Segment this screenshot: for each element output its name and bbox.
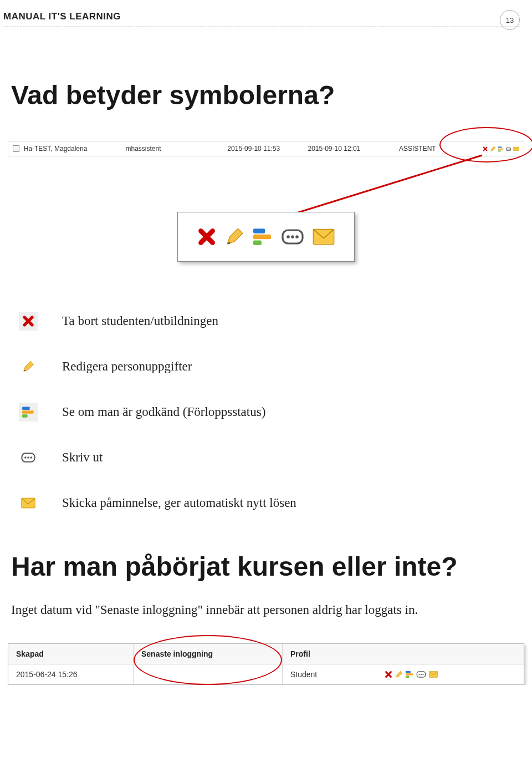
svg-point-23 [30, 456, 32, 459]
delete-icon [385, 671, 392, 678]
cell-created: 2015-06-24 15:26 [8, 664, 133, 684]
status-icon [253, 227, 272, 246]
svg-point-31 [422, 674, 423, 675]
svg-point-13 [287, 235, 290, 238]
svg-point-22 [27, 456, 29, 459]
status-icon [406, 671, 413, 678]
svg-point-5 [508, 149, 509, 149]
row-action-icons [482, 146, 519, 152]
svg-point-15 [295, 235, 299, 238]
svg-rect-1 [498, 148, 504, 149]
legend-row-mail: Skicka påminnelse, ger automatiskt nytt … [19, 494, 532, 512]
cell-username: mhassistent [126, 145, 228, 153]
svg-rect-0 [498, 146, 502, 148]
legend-text: Se om man är godkänd (Förloppsstatus) [62, 405, 265, 419]
header-title: MANUAL IT'S LEARNING [3, 11, 521, 22]
svg-rect-19 [22, 414, 28, 418]
edit-icon [395, 671, 403, 678]
legend-text: Ta bort studenten/utbildningen [62, 314, 218, 328]
svg-rect-2 [498, 150, 501, 151]
legend-text: Skriv ut [62, 450, 103, 465]
col-lastlogin: Senaste inloggning [133, 644, 283, 664]
print-icon [282, 229, 304, 245]
cell-lastlogin [133, 664, 283, 684]
example-table-row: Ha-TEST, Magdalena mhassistent 2015-09-1… [8, 141, 524, 156]
edit-icon [225, 227, 244, 246]
mail-icon [429, 671, 438, 678]
cell-role: ASSISTENT [399, 145, 482, 153]
svg-point-4 [507, 149, 508, 149]
table-header: Skapad Senaste inloggning Profil [8, 644, 524, 664]
svg-point-29 [418, 674, 420, 675]
svg-point-6 [509, 149, 510, 149]
edit-icon [490, 146, 496, 152]
row-action-icons [377, 664, 524, 684]
svg-rect-26 [406, 673, 413, 676]
paragraph-login-explain: Inget datum vid "Senaste inloggning" inn… [11, 601, 515, 618]
header-rule [3, 27, 520, 27]
mail-icon [513, 146, 519, 152]
heading-started-course: Har man påbörjat kursen eller inte? [11, 551, 532, 582]
login-table-example: Skapad Senaste inloggning Profil 2015-06… [8, 643, 524, 685]
legend-text: Skicka påminnelse, ger automatiskt nytt … [62, 496, 296, 510]
checkbox-icon [13, 145, 19, 152]
heading-symbols: Vad betyder symbolerna? [11, 80, 532, 110]
svg-rect-10 [253, 235, 271, 240]
print-icon [416, 671, 426, 678]
cell-lastlogin: 2015-09-10 12:01 [308, 145, 400, 153]
svg-point-14 [291, 235, 294, 238]
mail-icon [313, 228, 335, 245]
legend-row-edit: Redigera personuppgifter [19, 357, 532, 376]
print-icon [19, 448, 38, 467]
page-header: MANUAL IT'S LEARNING [0, 11, 532, 27]
svg-rect-27 [406, 676, 409, 678]
delete-icon [197, 227, 216, 246]
delete-icon [19, 312, 38, 331]
symbol-legend: Ta bort studenten/utbildningen Redigera … [19, 312, 532, 512]
edit-icon [19, 357, 38, 376]
cell-created: 2015-09-10 11:53 [227, 145, 308, 153]
legend-row-status: Se om man är godkänd (Förloppsstatus) [19, 403, 532, 421]
icon-zoom-box [177, 212, 355, 262]
col-profile: Profil [283, 644, 377, 664]
svg-rect-11 [253, 240, 262, 245]
col-created: Skapad [8, 644, 133, 664]
status-icon [19, 403, 38, 421]
mail-icon [19, 494, 38, 512]
print-icon [505, 146, 511, 152]
status-icon [498, 146, 504, 152]
legend-text: Redigera personuppgifter [62, 359, 192, 374]
svg-rect-25 [406, 671, 411, 673]
table-row: 2015-06-24 15:26 Student [8, 664, 524, 684]
arrow-zoom-area [0, 156, 532, 267]
legend-row-print: Skriv ut [19, 448, 532, 467]
svg-rect-18 [22, 410, 34, 414]
svg-point-21 [24, 456, 27, 459]
legend-row-delete: Ta bort studenten/utbildningen [19, 312, 532, 331]
svg-point-30 [421, 674, 422, 675]
svg-rect-17 [22, 407, 30, 410]
cell-name: Ha-TEST, Magdalena [24, 145, 126, 153]
page-number-badge: 13 [500, 10, 520, 30]
svg-rect-9 [253, 228, 265, 233]
delete-icon [482, 146, 488, 152]
cell-profile: Student [283, 664, 377, 684]
